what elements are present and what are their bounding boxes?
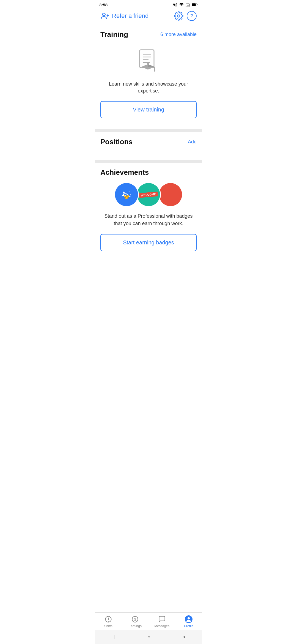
divider-2 bbox=[95, 160, 202, 163]
settings-icon[interactable] bbox=[174, 11, 183, 21]
svg-point-6 bbox=[103, 13, 105, 16]
training-content: Learn new skills and showcase your exper… bbox=[100, 44, 197, 124]
positions-add-button[interactable]: Add bbox=[188, 139, 197, 145]
status-icons bbox=[173, 2, 198, 7]
positions-section-header: Positions Add bbox=[100, 138, 197, 146]
svg-marker-16 bbox=[148, 64, 155, 67]
badge-megaphone: 📣 bbox=[158, 182, 183, 207]
status-bar: 3:58 bbox=[95, 0, 202, 8]
content-wrapper: Refer a friend ? Training 6 more availab… bbox=[95, 8, 202, 301]
wifi-icon bbox=[179, 2, 184, 7]
positions-section: Positions Add bbox=[95, 132, 202, 160]
badge-handshake: 🤝 bbox=[114, 182, 139, 207]
signal-icon bbox=[185, 2, 190, 7]
svg-rect-1 bbox=[187, 5, 187, 7]
mute-icon bbox=[173, 2, 178, 7]
svg-rect-5 bbox=[192, 3, 196, 6]
battery-icon bbox=[192, 3, 198, 7]
training-illustration bbox=[135, 47, 162, 76]
achievements-section: Achievements 🤝 bbox=[95, 163, 202, 257]
person-add-icon bbox=[100, 11, 110, 21]
achievements-description: Stand out as a Professional with badges … bbox=[100, 212, 197, 227]
training-section-header: Training 6 more available bbox=[100, 30, 197, 39]
badge-welcome: WELCOME bbox=[136, 182, 161, 207]
refer-friend-label: Refer a friend bbox=[112, 12, 148, 20]
training-section: Training 6 more available bbox=[95, 25, 202, 129]
badges-container: 🤝 WELCOME 📣 bbox=[100, 182, 197, 207]
svg-rect-3 bbox=[189, 4, 189, 7]
help-icon[interactable]: ? bbox=[187, 11, 197, 21]
positions-title: Positions bbox=[100, 138, 133, 146]
svg-point-19 bbox=[154, 70, 155, 72]
svg-text:🤝: 🤝 bbox=[123, 194, 130, 200]
training-more-available[interactable]: 6 more available bbox=[160, 32, 197, 37]
svg-rect-0 bbox=[186, 6, 186, 7]
svg-rect-2 bbox=[188, 5, 188, 7]
training-description: Learn new skills and showcase your exper… bbox=[100, 81, 197, 94]
header: Refer a friend ? bbox=[95, 8, 202, 25]
svg-point-9 bbox=[178, 15, 180, 17]
training-title: Training bbox=[100, 30, 128, 39]
refer-friend-button[interactable]: Refer a friend bbox=[100, 11, 148, 21]
svg-point-22 bbox=[130, 194, 131, 195]
start-earning-badges-button[interactable]: Start earning badges bbox=[100, 234, 197, 251]
achievements-section-header: Achievements bbox=[100, 168, 197, 177]
divider-1 bbox=[95, 129, 202, 132]
status-time: 3:58 bbox=[99, 2, 108, 7]
svg-rect-17 bbox=[147, 62, 149, 64]
svg-point-21 bbox=[129, 192, 130, 192]
header-actions: ? bbox=[174, 11, 197, 21]
view-training-button[interactable]: View training bbox=[100, 101, 197, 118]
svg-text:📣: 📣 bbox=[166, 190, 175, 199]
achievements-title: Achievements bbox=[100, 168, 149, 177]
